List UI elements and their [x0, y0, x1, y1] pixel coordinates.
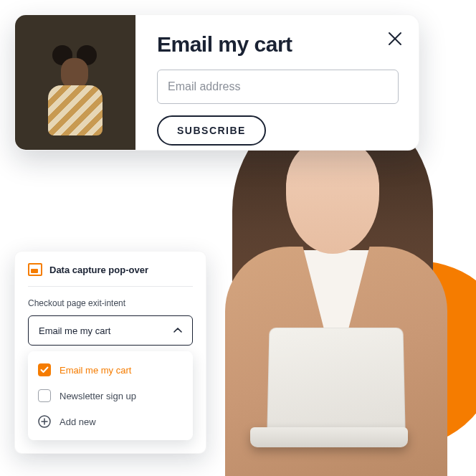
popup-image	[15, 15, 135, 150]
option-label: Add new	[60, 416, 96, 427]
popover-icon	[28, 263, 42, 276]
subscribe-button[interactable]: SUBSCRIBE	[157, 115, 266, 146]
data-capture-panel: Data capture pop-over Checkout page exit…	[14, 251, 206, 454]
option-label: Newsletter sign up	[60, 391, 136, 401]
popup-title: Email my cart	[157, 32, 399, 57]
checkbox-checked-icon	[38, 363, 51, 376]
check-icon	[40, 366, 49, 373]
field-label: Checkout page exit-intent	[28, 298, 193, 308]
close-button[interactable]	[387, 31, 403, 47]
chevron-up-icon	[173, 328, 182, 333]
plus-circle-icon	[38, 415, 51, 428]
option-email-cart[interactable]: Email me my cart	[28, 357, 193, 383]
email-input[interactable]	[157, 70, 399, 104]
option-label: Email me my cart	[60, 365, 131, 376]
checkbox-unchecked-icon	[38, 389, 51, 402]
option-add-new[interactable]: Add new	[28, 409, 193, 434]
popover-dropdown: Email me my cart Newsletter sign up Add …	[28, 351, 193, 440]
select-value: Email me my cart	[39, 325, 110, 336]
option-newsletter[interactable]: Newsletter sign up	[28, 383, 193, 409]
email-cart-popup: Email my cart SUBSCRIBE	[14, 14, 419, 151]
popover-select[interactable]: Email me my cart	[28, 315, 193, 346]
close-icon	[387, 31, 403, 47]
panel-title: Data capture pop-over	[49, 265, 148, 275]
panel-header: Data capture pop-over	[28, 263, 193, 287]
